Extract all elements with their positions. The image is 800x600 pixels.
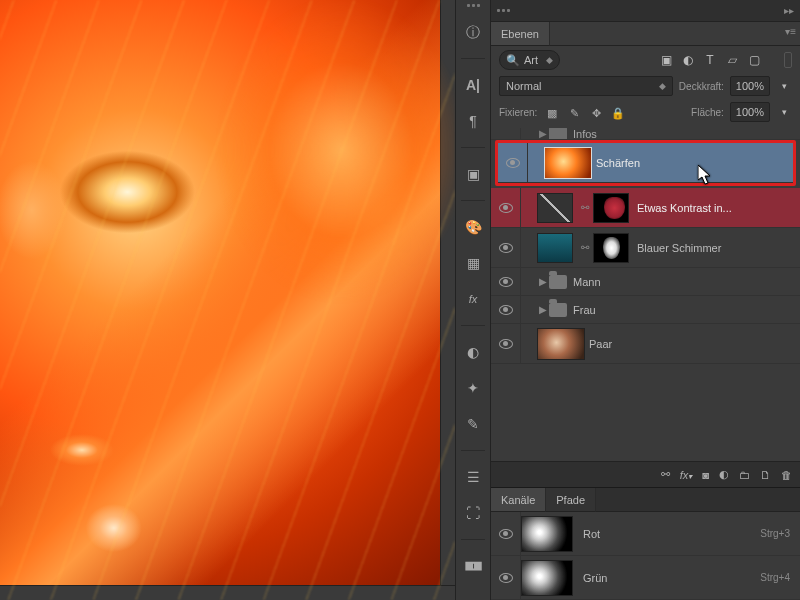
- fill-scrubber-icon[interactable]: ▾: [776, 104, 792, 120]
- clone-source-panel-icon[interactable]: 🀰: [459, 554, 487, 578]
- visibility-eye-icon[interactable]: [499, 243, 513, 253]
- opacity-value: 100%: [736, 80, 764, 92]
- tab-layers-label: Ebenen: [501, 28, 539, 40]
- layer-group-frau[interactable]: ▶ Frau: [491, 296, 800, 324]
- lock-transparency-icon[interactable]: ▩: [543, 103, 561, 121]
- channel-name[interactable]: Grün: [583, 572, 760, 584]
- layer-thumbnail[interactable]: [537, 233, 573, 263]
- tool-presets-panel-icon[interactable]: ⛶: [459, 501, 487, 525]
- opacity-scrubber-icon[interactable]: ▾: [776, 78, 792, 94]
- tab-channels[interactable]: Kanäle: [491, 488, 546, 512]
- brush-presets-panel-icon[interactable]: ✎: [459, 412, 487, 436]
- tab-paths[interactable]: Pfade: [546, 488, 596, 512]
- layer-row-scharfen[interactable]: Schärfen: [498, 143, 793, 183]
- fill-label: Fläche:: [691, 107, 724, 118]
- tab-layers[interactable]: Ebenen: [491, 22, 550, 46]
- canvas-scrollbar-vertical[interactable]: [440, 0, 455, 600]
- delete-layer-icon[interactable]: 🗑: [781, 469, 792, 481]
- mask-link-icon[interactable]: ⚯: [579, 242, 591, 253]
- paragraph-panel-icon[interactable]: ¶: [459, 109, 487, 133]
- new-group-icon[interactable]: 🗀: [739, 469, 750, 481]
- new-adjustment-icon[interactable]: ◐: [719, 468, 729, 481]
- layer-thumbnail[interactable]: [544, 147, 592, 179]
- filter-smart-icon[interactable]: ▢: [746, 52, 762, 68]
- disclosure-triangle-icon[interactable]: ▶: [537, 276, 549, 287]
- swatches-panel-icon[interactable]: 🎨: [459, 215, 487, 239]
- filter-adjustment-icon[interactable]: ◐: [680, 52, 696, 68]
- layer-list: ▶ Infos Schärfen ⚯ Etwas Kontrast in...: [491, 128, 800, 461]
- panel-flyout-menu-icon[interactable]: ▾≡: [785, 26, 796, 37]
- tab-channels-label: Kanäle: [501, 494, 535, 506]
- layer-group-infos[interactable]: ▶ Infos: [491, 128, 800, 140]
- opacity-label: Deckkraft:: [679, 81, 724, 92]
- layers-panel-icon[interactable]: ☰: [459, 465, 487, 489]
- layer-panel-options: 🔍 Art ◆ ▣ ◐ T ▱ ▢ Normal ◆ Deckkraft: 10…: [491, 46, 800, 128]
- layer-row-kontrast[interactable]: ⚯ Etwas Kontrast in...: [491, 188, 800, 228]
- panel-titlebar[interactable]: ▸▸: [491, 0, 800, 22]
- layer-name[interactable]: Frau: [573, 304, 790, 316]
- disclosure-triangle-icon[interactable]: ▶: [537, 128, 549, 139]
- adjustment-layer-icon[interactable]: [537, 193, 573, 223]
- filter-toggle-switch[interactable]: [784, 52, 792, 68]
- filter-shape-icon[interactable]: ▱: [724, 52, 740, 68]
- folder-icon: [549, 275, 567, 289]
- info-panel-icon[interactable]: ⓘ: [459, 20, 487, 44]
- new-layer-icon[interactable]: 🗋: [760, 469, 771, 481]
- layer-name[interactable]: Infos: [573, 128, 790, 140]
- layer-name[interactable]: Mann: [573, 276, 790, 288]
- right-panel-stack: ▸▸ Ebenen ▾≡ 🔍 Art ◆ ▣ ◐ T ▱ ▢ N: [491, 0, 800, 600]
- channel-shortcut: Strg+4: [760, 572, 790, 583]
- visibility-eye-icon[interactable]: [499, 277, 513, 287]
- navigator-panel-icon[interactable]: ▣: [459, 162, 487, 186]
- folder-icon: [549, 128, 567, 140]
- opacity-field[interactable]: 100%: [730, 76, 770, 96]
- channel-thumbnail[interactable]: [521, 516, 573, 552]
- visibility-eye-icon[interactable]: [499, 573, 513, 583]
- brush-panel-icon[interactable]: ✦: [459, 376, 487, 400]
- layer-filter-kind-dropdown[interactable]: 🔍 Art ◆: [499, 50, 560, 70]
- channel-row-red[interactable]: Rot Strg+3: [491, 512, 800, 556]
- fill-field[interactable]: 100%: [730, 102, 770, 122]
- filter-pixel-icon[interactable]: ▣: [658, 52, 674, 68]
- search-icon: 🔍: [506, 54, 520, 67]
- layer-row-paar[interactable]: Paar: [491, 324, 800, 364]
- channel-row-green[interactable]: Grün Strg+4: [491, 556, 800, 600]
- canvas-scrollbar-horizontal[interactable]: [0, 585, 455, 600]
- blend-mode-dropdown[interactable]: Normal ◆: [499, 76, 673, 96]
- layer-effects-icon[interactable]: fx▾: [680, 469, 693, 481]
- disclosure-triangle-icon[interactable]: ▶: [537, 304, 549, 315]
- visibility-eye-icon[interactable]: [499, 305, 513, 315]
- collapse-panels-icon[interactable]: ▸▸: [784, 5, 794, 16]
- lock-all-icon[interactable]: 🔒: [609, 103, 627, 121]
- lock-position-icon[interactable]: ✥: [587, 103, 605, 121]
- layer-group-mann[interactable]: ▶ Mann: [491, 268, 800, 296]
- folder-icon: [549, 303, 567, 317]
- visibility-eye-icon[interactable]: [499, 529, 513, 539]
- layer-row-schimmer[interactable]: ⚯ Blauer Schimmer: [491, 228, 800, 268]
- layer-mask-thumbnail[interactable]: [593, 233, 629, 263]
- tutorial-highlight-box: Schärfen: [495, 140, 796, 186]
- filter-type-icon[interactable]: T: [702, 52, 718, 68]
- channel-name[interactable]: Rot: [583, 528, 760, 540]
- layer-name[interactable]: Blauer Schimmer: [637, 242, 790, 254]
- fx-panel-icon[interactable]: fx: [459, 287, 487, 311]
- document-canvas[interactable]: [0, 0, 455, 600]
- layer-name[interactable]: Schärfen: [596, 157, 783, 169]
- channel-thumbnail[interactable]: [521, 560, 573, 596]
- styles-panel-icon[interactable]: ▦: [459, 251, 487, 275]
- visibility-eye-icon[interactable]: [499, 203, 513, 213]
- visibility-eye-icon[interactable]: [499, 339, 513, 349]
- visibility-eye-icon[interactable]: [506, 158, 520, 168]
- layer-thumbnail[interactable]: [537, 328, 585, 360]
- add-mask-icon[interactable]: ◙: [702, 469, 709, 481]
- mask-link-icon[interactable]: ⚯: [579, 202, 591, 213]
- blend-mode-value: Normal: [506, 80, 541, 92]
- dock-grip-icon[interactable]: [463, 4, 483, 8]
- link-layers-icon[interactable]: ⚯: [661, 468, 670, 481]
- layer-mask-thumbnail[interactable]: [593, 193, 629, 223]
- layer-name[interactable]: Paar: [589, 338, 790, 350]
- layer-name[interactable]: Etwas Kontrast in...: [637, 202, 790, 214]
- lock-pixels-icon[interactable]: ✎: [565, 103, 583, 121]
- character-panel-icon[interactable]: A|: [459, 73, 487, 97]
- adjustments-panel-icon[interactable]: ◐: [459, 340, 487, 364]
